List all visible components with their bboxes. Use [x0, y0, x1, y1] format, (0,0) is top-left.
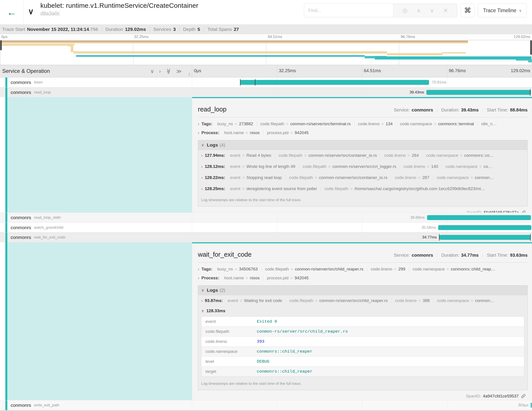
logs-header[interactable]: ∨ Logs (2) — [198, 285, 527, 295]
start-time-value: 93.63ms — [510, 253, 528, 258]
span-name-cell[interactable]: conmonrs wait_for_exit_code — [0, 233, 192, 242]
link-icon[interactable] — [521, 210, 526, 213]
divider — [150, 27, 150, 32]
span-duration-label: 39.43ms — [409, 90, 424, 95]
span-color-accent — [5, 242, 7, 400]
collapse-trace-icon[interactable]: ∨ — [28, 8, 34, 16]
locate-icon[interactable]: ◎ — [402, 8, 408, 13]
chevron-right-icon: › — [198, 267, 199, 272]
tag-item: code.filepath=conmon-rs/server/src/child… — [262, 267, 367, 272]
span-timeline-cell[interactable]: 39.43ms — [192, 88, 532, 97]
log-entry[interactable]: › 128.22ms: event=Stopping read loop cod… — [198, 172, 527, 183]
logs-section: ∨ Logs (4) › 127.94ms: event=Read 4 byte… — [198, 140, 528, 206]
span-id-row: SpanID: 5faf48165428c37a — [198, 210, 528, 213]
span-timeline-cell[interactable]: 34.77ms — [192, 233, 532, 242]
span-name-cell[interactable]: conmonrs watch_grandchild — [0, 223, 192, 232]
tag-item: code.filepath=conmon-rs/server/src/termi… — [257, 121, 354, 126]
process-label: Process: — [201, 130, 219, 135]
span-row-wait-for-exit-code[interactable]: conmonrs wait_for_exit_code 34.77ms — [0, 232, 532, 242]
span-operation: read_loop_stdin — [34, 215, 61, 220]
trace-summary-bar: Trace Start November 15 2022, 11:24:14 .… — [0, 24, 532, 34]
log-field: code.namespace=co… — [442, 164, 496, 169]
ruler-tick: 129.02ms — [513, 35, 530, 39]
span-name-cell[interactable]: conmonrs read_loop_stdin — [0, 213, 192, 223]
span-row-write-exit-path[interactable]: conmonrs write_exit_path 303μs — [0, 400, 532, 410]
clear-search-icon[interactable]: ✕ — [443, 8, 448, 13]
span-timeline-cell[interactable]: 39.69ms — [192, 213, 532, 223]
span-id-row: SpanID: 4a947cfd1ce59537 — [198, 394, 528, 399]
log-entry[interactable]: › 93.87ms: event=Waiting for exit code c… — [198, 295, 527, 306]
keyboard-shortcuts-button[interactable]: ⌘ — [461, 4, 475, 17]
log-entry-expanded[interactable]: ∨ 128.33ms — [198, 306, 527, 315]
log-field: code.namespace=conmon… — [433, 175, 497, 180]
span-bar[interactable] — [438, 225, 531, 230]
find-box: ◎ ∧ ∨ ✕ — [304, 4, 457, 17]
span-bar[interactable] — [240, 80, 429, 85]
span-row-read-loop[interactable]: conmonrs read_loop 39.43ms — [0, 87, 532, 97]
span-bar[interactable] — [531, 403, 532, 408]
tag-item: busy_ns=34506763 — [214, 267, 261, 272]
gridline — [362, 233, 362, 242]
expand-one-icon[interactable]: › — [159, 68, 161, 74]
tags-row[interactable]: › Tags: busy_ns=273882 code.filepath=con… — [198, 121, 528, 126]
link-icon[interactable] — [521, 394, 526, 399]
tags-label: Tags: — [201, 267, 212, 272]
duration-label: Duration: — [441, 108, 459, 113]
process-item: process.pid=942045 — [263, 130, 312, 135]
span-color-accent — [5, 223, 7, 232]
table-row: code.namespace conmonrs::child_reaper — [201, 347, 524, 357]
table-row: event Exited 0 — [201, 317, 524, 327]
span-bar[interactable] — [427, 215, 531, 220]
top-bar: ← ∨ kubelet: runtime.v1.RuntimeService/C… — [0, 0, 532, 24]
detail-meta: Service: conmonrs Duration: 34.77ms Star… — [394, 253, 528, 258]
collapse-one-icon[interactable]: ∨ — [150, 68, 154, 74]
collapse-all-icon[interactable]: ≫ — [165, 68, 171, 74]
log-tick — [255, 79, 255, 86]
span-timeline-cell[interactable]: 35.58ms — [192, 223, 532, 232]
span-row-watch-grandchild[interactable]: conmonrs watch_grandchild 35.58ms — [0, 223, 532, 232]
process-row[interactable]: › Process: host.name=nixos process.pid=9… — [198, 275, 528, 280]
span-name-cell[interactable]: conmonrs read_loop — [0, 88, 192, 97]
service-value: conmonrs — [412, 108, 433, 113]
log-entry[interactable]: › 127.94ms: event=Read 4 bytes code.file… — [198, 150, 527, 161]
log-field: code.lineno=388 — [391, 298, 434, 303]
logs-header[interactable]: ∨ Logs (4) — [198, 140, 527, 150]
minimap-left-scrubber[interactable] — [0, 40, 2, 50]
next-match-icon[interactable]: ∨ — [430, 8, 434, 13]
prev-match-icon[interactable]: ∧ — [417, 8, 421, 13]
span-name-cell[interactable]: conmonrs write_exit_path — [0, 400, 192, 410]
back-button[interactable]: ← — [0, 0, 24, 24]
log-field: event=Stopping read loop — [227, 175, 285, 180]
span-bar[interactable] — [426, 90, 531, 95]
log-field: code.namespace=conmon… — [434, 298, 498, 303]
log-entry[interactable]: › 128.12ms: event=Wrote log line of leng… — [198, 161, 527, 172]
tags-row[interactable]: › Tags: busy_ns=34506763 code.filepath=c… — [198, 267, 528, 272]
chevron-down-icon: ∨ — [519, 9, 522, 13]
minimap-right-scrubber[interactable] — [530, 40, 532, 55]
collapse-controls: ∨ › ≫ ≫ — [150, 68, 182, 74]
detail-name-column-shade — [7, 242, 192, 400]
gridline — [362, 223, 362, 232]
process-row[interactable]: › Process: host.name=nixos process.pid=9… — [198, 130, 528, 135]
expand-all-icon[interactable]: ≫ — [176, 68, 182, 74]
minimap-ruler: 0μs 32.25ms 64.51ms 96.76ms 129.02ms — [0, 34, 532, 40]
span-service: conmonrs — [11, 215, 31, 220]
chevron-right-icon: › — [201, 298, 203, 303]
find-input[interactable] — [304, 4, 393, 17]
find-toolbar: ◎ ∧ ∨ ✕ ⌘ Trace Timeline ∨ — [304, 4, 527, 17]
log-entry[interactable]: › 128.25ms: event=deregistering event so… — [198, 183, 527, 194]
services-value: 3 — [173, 27, 176, 32]
span-row-read-loop-stdin[interactable]: conmonrs read_loop_stdin 39.69ms — [0, 213, 532, 223]
trace-timeline-page: ← ∨ kubelet: runtime.v1.RuntimeService/C… — [0, 0, 532, 411]
column-resize-grip[interactable]: ∥ — [189, 72, 190, 76]
span-row-listen[interactable]: conmonrs listen 70.91ms — [0, 77, 532, 87]
table-row: target conmonrs::child_reaper — [201, 367, 524, 377]
span-bar[interactable] — [439, 235, 531, 240]
detail-name-column-shade — [7, 97, 192, 213]
span-name-cell[interactable]: conmonrs listen — [0, 78, 192, 87]
view-selector-button[interactable]: Trace Timeline ∨ — [478, 4, 527, 17]
log-fields-table: event Exited 0 code.filepath conmon-rs/s… — [201, 316, 524, 377]
trace-minimap[interactable] — [0, 40, 532, 65]
span-timeline-cell[interactable]: 70.91ms — [192, 78, 532, 87]
span-timeline-cell[interactable]: 303μs — [192, 400, 532, 410]
